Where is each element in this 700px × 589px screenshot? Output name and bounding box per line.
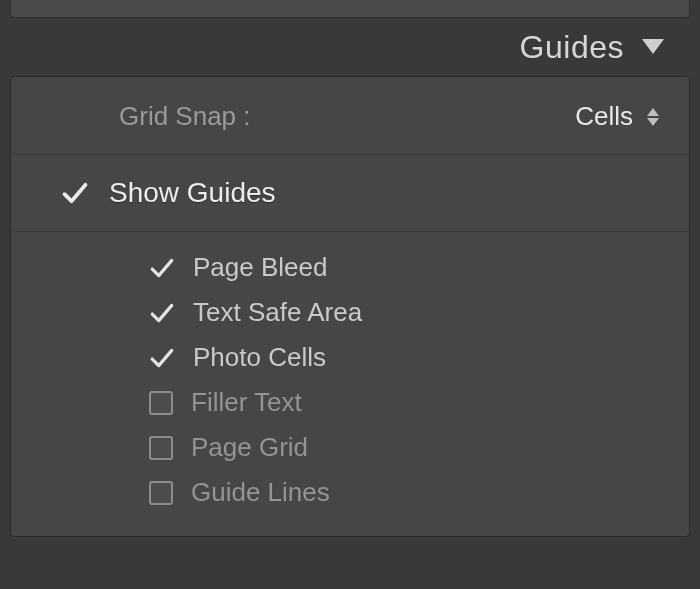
panel-header-guides[interactable]: Guides: [10, 18, 690, 76]
text-safe-area-label: Text Safe Area: [193, 297, 362, 328]
guides-sub-list: Page Bleed Text Safe Area Photo Cells Fi…: [11, 232, 689, 508]
page-grid-label: Page Grid: [191, 432, 308, 463]
list-item: Filler Text: [149, 387, 659, 418]
filler-text-label: Filler Text: [191, 387, 302, 418]
filler-text-checkbox[interactable]: [149, 391, 173, 415]
photo-cells-checkbox[interactable]: [149, 344, 175, 372]
show-guides-checkbox[interactable]: [61, 179, 89, 207]
show-guides-row: Show Guides: [11, 155, 689, 232]
svg-marker-0: [642, 39, 664, 54]
page-grid-checkbox[interactable]: [149, 436, 173, 460]
page-bleed-checkbox[interactable]: [149, 254, 175, 282]
guide-lines-label: Guide Lines: [191, 477, 330, 508]
list-item: Text Safe Area: [149, 297, 659, 328]
photo-cells-label: Photo Cells: [193, 342, 326, 373]
list-item: Page Bleed: [149, 252, 659, 283]
grid-snap-label: Grid Snap :: [119, 101, 251, 132]
list-item: Photo Cells: [149, 342, 659, 373]
svg-marker-2: [647, 118, 659, 126]
grid-snap-select[interactable]: Cells: [575, 101, 659, 132]
show-guides-label: Show Guides: [109, 177, 276, 209]
chevron-down-icon: [642, 39, 664, 55]
panel-title: Guides: [520, 29, 624, 66]
text-safe-area-checkbox[interactable]: [149, 299, 175, 327]
list-item: Guide Lines: [149, 477, 659, 508]
guide-lines-checkbox[interactable]: [149, 481, 173, 505]
list-item: Page Grid: [149, 432, 659, 463]
previous-panel-edge: [10, 0, 690, 18]
grid-snap-value: Cells: [575, 101, 633, 132]
grid-snap-row: Grid Snap : Cells: [11, 77, 689, 155]
stepper-icon: [647, 108, 659, 126]
svg-marker-1: [647, 108, 659, 116]
guides-panel-body: Grid Snap : Cells Show Guides: [10, 76, 690, 537]
page-bleed-label: Page Bleed: [193, 252, 327, 283]
